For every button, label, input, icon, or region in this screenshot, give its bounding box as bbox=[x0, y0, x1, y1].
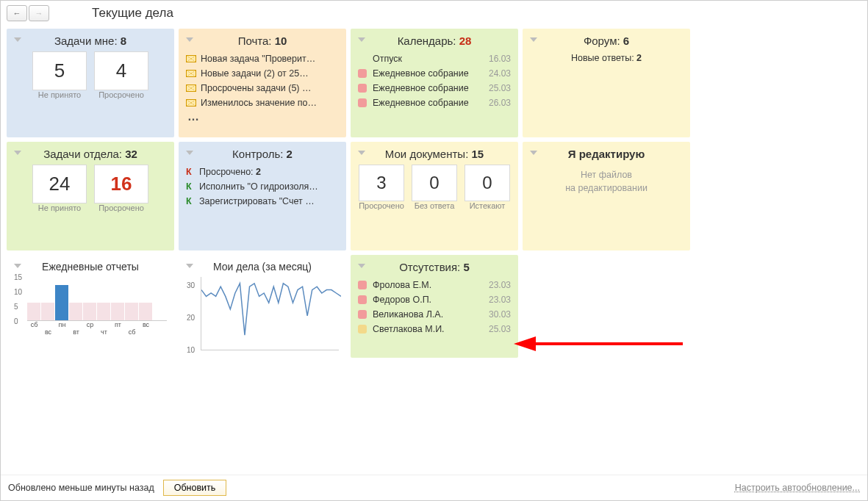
absence-item[interactable]: Фролова Е.М.23.03 bbox=[358, 278, 511, 292]
absence-item[interactable]: Светлакова М.И.25.03 bbox=[358, 322, 511, 336]
marker-icon bbox=[358, 84, 367, 93]
marker-icon bbox=[358, 69, 367, 78]
refresh-button[interactable]: Обновить bbox=[163, 480, 227, 496]
configure-autorefresh-link[interactable]: Настроить автообновление... bbox=[735, 483, 860, 493]
chevron-down-icon[interactable] bbox=[358, 264, 365, 268]
chevron-down-icon[interactable] bbox=[358, 151, 365, 155]
card-forum[interactable]: Форум: 6 Новые ответы: 2 bbox=[523, 29, 690, 137]
absence-item[interactable]: Федоров О.П.23.03 bbox=[358, 292, 511, 307]
card-title: Почта: 10 bbox=[186, 35, 339, 47]
card-editing[interactable]: Я редактирую Нет файловна редактировании bbox=[523, 142, 690, 250]
mail-item[interactable]: Изменилось значение по… bbox=[186, 95, 339, 110]
line-chart: 102030 bbox=[201, 277, 339, 350]
bar-chart: 051015 сбвспнвтсрчтптсбвс bbox=[27, 277, 167, 336]
calendar-item[interactable]: Ежедневное собрание25.03 bbox=[358, 81, 511, 95]
chevron-down-icon[interactable] bbox=[14, 37, 21, 42]
card-title: Контроль: 2 bbox=[186, 148, 339, 160]
card-title: Календарь: 28 bbox=[358, 35, 511, 47]
control-item[interactable]: КЗарегистрировать "Счет … bbox=[186, 194, 339, 209]
status-text: Обновлено меньше минуты назад bbox=[8, 483, 154, 493]
mail-item[interactable]: Просрочены задачи (5) … bbox=[186, 81, 339, 95]
marker-icon bbox=[358, 281, 367, 289]
chevron-down-icon[interactable] bbox=[186, 151, 193, 155]
chevron-down-icon[interactable] bbox=[530, 151, 537, 155]
card-absences[interactable]: Отсутствия: 5 Фролова Е.М.23.03Федоров О… bbox=[351, 255, 518, 358]
nav-back-button[interactable]: ← bbox=[7, 5, 27, 21]
marker-icon bbox=[358, 310, 367, 319]
tile-not-accepted[interactable]: 24 bbox=[32, 165, 87, 203]
card-title: Мои документы: 15 bbox=[358, 148, 511, 160]
card-control[interactable]: Контроль: 2 КПросрочено: 2КИсполнить "О … bbox=[179, 142, 346, 250]
calendar-item[interactable]: Ежедневное собрание24.03 bbox=[358, 66, 511, 81]
chevron-down-icon[interactable] bbox=[186, 264, 193, 268]
k-icon: К bbox=[186, 196, 196, 206]
page-title: Текущие дела bbox=[92, 6, 173, 21]
card-my-documents[interactable]: Мои документы: 15 3 0 0 ПросроченоБез от… bbox=[351, 142, 518, 250]
envelope-icon bbox=[186, 99, 196, 107]
chevron-down-icon[interactable] bbox=[14, 264, 21, 268]
calendar-item[interactable]: Отпуск16.03 bbox=[358, 51, 511, 66]
marker-icon bbox=[358, 98, 367, 107]
envelope-icon bbox=[186, 84, 196, 92]
control-item[interactable]: КИсполнить "О гидроизоля… bbox=[186, 179, 339, 194]
envelope-icon bbox=[186, 55, 196, 62]
absence-item[interactable]: Великанова Л.А.30.03 bbox=[358, 307, 511, 322]
tile-overdue[interactable]: 16 bbox=[94, 165, 148, 203]
card-tasks-me[interactable]: Задачи мне: 8 5 4 Не принятоПросрочено bbox=[7, 29, 174, 137]
card-calendar[interactable]: Календарь: 28 Отпуск16.03Ежедневное собр… bbox=[351, 29, 518, 137]
nav-forward-button[interactable]: → bbox=[29, 5, 49, 21]
card-title: Задачи отдела: 32 bbox=[14, 148, 167, 160]
tile-no-answer[interactable]: 0 bbox=[412, 165, 457, 201]
marker-icon bbox=[358, 325, 367, 334]
card-title: Отсутствия: 5 bbox=[358, 261, 511, 273]
card-mail[interactable]: Почта: 10 Новая задача "Проверит…Новые з… bbox=[179, 29, 346, 137]
card-my-cases[interactable]: Мои дела (за месяц) 102030 bbox=[179, 255, 346, 358]
k-icon: К bbox=[186, 167, 196, 177]
chevron-down-icon[interactable] bbox=[530, 37, 537, 42]
tile-expiring[interactable]: 0 bbox=[465, 165, 510, 201]
card-title: Я редактирую bbox=[530, 148, 683, 160]
card-title: Мои дела (за месяц) bbox=[186, 261, 339, 273]
mail-item[interactable]: Новая задача "Проверит… bbox=[186, 51, 339, 66]
tile-overdue[interactable]: 3 bbox=[359, 165, 404, 201]
k-icon: К bbox=[186, 181, 196, 192]
marker-icon bbox=[358, 295, 367, 304]
card-title: Задачи мне: 8 bbox=[14, 35, 167, 47]
chevron-down-icon[interactable] bbox=[186, 37, 193, 42]
chevron-down-icon[interactable] bbox=[358, 37, 365, 42]
card-tasks-dept[interactable]: Задачи отдела: 32 24 16 Не принятоПросро… bbox=[7, 142, 174, 250]
card-title: Форум: 6 bbox=[530, 35, 683, 47]
tile-not-accepted[interactable]: 5 bbox=[32, 51, 87, 90]
card-title: Ежедневные отчеты bbox=[14, 261, 167, 273]
control-item[interactable]: КПросрочено: 2 bbox=[186, 165, 339, 179]
tile-overdue[interactable]: 4 bbox=[94, 51, 148, 90]
envelope-icon bbox=[186, 70, 196, 77]
chevron-down-icon[interactable] bbox=[14, 151, 21, 155]
mail-item[interactable]: Новые задачи (2) от 25… bbox=[186, 66, 339, 81]
card-daily-reports[interactable]: Ежедневные отчеты 051015 сбвспнвтсрчтптс… bbox=[7, 255, 174, 358]
more-indicator[interactable]: … bbox=[186, 110, 339, 123]
calendar-item[interactable]: Ежедневное собрание26.03 bbox=[358, 95, 511, 110]
